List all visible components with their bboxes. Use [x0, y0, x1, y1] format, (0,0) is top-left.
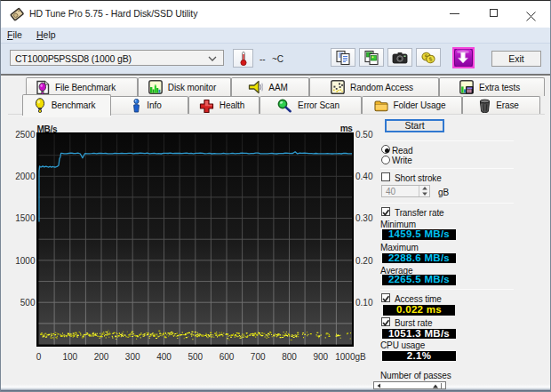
- svg-text:800: 800: [282, 352, 297, 362]
- svg-text:600: 600: [220, 352, 235, 362]
- svg-text:0.50: 0.50: [355, 130, 373, 140]
- svg-text:1000: 1000: [15, 256, 36, 266]
- svg-text:0.40: 0.40: [355, 172, 373, 181]
- svg-text:300: 300: [125, 352, 140, 362]
- svg-text:2500: 2500: [15, 130, 36, 140]
- svg-text:700: 700: [251, 352, 266, 362]
- svg-text:500: 500: [188, 352, 203, 362]
- svg-text:200: 200: [94, 352, 109, 362]
- svg-text:0.20: 0.20: [355, 256, 373, 266]
- svg-text:0: 0: [36, 352, 42, 362]
- svg-text:1000gB: 1000gB: [335, 352, 366, 362]
- svg-text:MB/s: MB/s: [37, 124, 58, 134]
- svg-text:2000: 2000: [15, 172, 36, 181]
- svg-text:400: 400: [156, 352, 172, 362]
- svg-text:100: 100: [62, 352, 77, 362]
- svg-text:500: 500: [20, 298, 36, 308]
- svg-text:0.30: 0.30: [355, 213, 373, 223]
- svg-text:ms: ms: [340, 124, 354, 133]
- svg-text:1500: 1500: [15, 213, 36, 223]
- svg-text:900: 900: [313, 352, 328, 362]
- svg-text:0.10: 0.10: [355, 298, 373, 308]
